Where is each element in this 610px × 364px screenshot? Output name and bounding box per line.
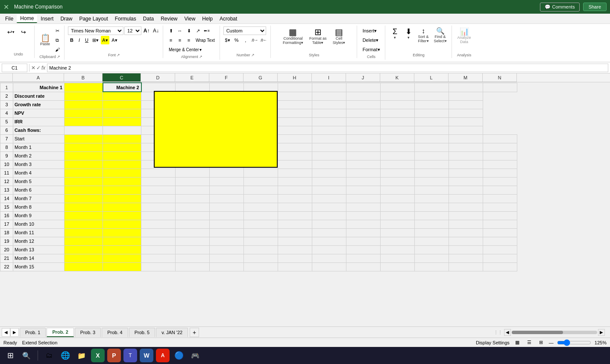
border-button[interactable]: ⊞▾	[91, 36, 100, 44]
cell-c6[interactable]	[103, 126, 141, 134]
scroll-left-btn[interactable]: ◀	[504, 329, 511, 336]
col-header-i[interactable]: I	[312, 73, 346, 82]
normal-view-button[interactable]: ▦	[513, 338, 522, 347]
taskbar-powerpoint[interactable]: P	[107, 349, 121, 362]
autosum-button[interactable]: Σ ▾	[389, 26, 402, 41]
menu-help[interactable]: Help	[199, 15, 216, 23]
taskbar-edge[interactable]: 🌐	[59, 349, 72, 362]
increase-font-size-button[interactable]: A↑	[142, 26, 151, 35]
sort-filter-button[interactable]: ↕ Sort &Filter▾	[416, 26, 431, 44]
cell-a6[interactable]: Cash flows:	[13, 126, 65, 134]
cell-a5[interactable]: IRR	[13, 117, 65, 126]
cell-c17[interactable]	[103, 220, 141, 228]
cell-c10[interactable]	[103, 160, 141, 169]
align-middle-button[interactable]: ↔	[176, 26, 184, 35]
decrease-decimal-button[interactable]: .0←	[259, 36, 268, 44]
format-cells-button[interactable]: Format▾	[361, 45, 382, 54]
sheet-tab-prob5[interactable]: Prob. 5	[129, 328, 155, 337]
cell-c16[interactable]	[103, 211, 141, 220]
cell-c14[interactable]	[103, 194, 141, 203]
cell-b16[interactable]	[65, 211, 103, 220]
sheet-tab-prob1[interactable]: Prob. 1	[20, 328, 46, 337]
comments-button[interactable]: 💬 Comments	[540, 3, 579, 12]
cell-l1[interactable]	[415, 83, 449, 92]
cell-a11[interactable]: Month 4	[13, 169, 65, 177]
cell-c1[interactable]: Machine 2	[103, 83, 141, 92]
taskbar-start-button[interactable]: ⊞	[3, 349, 17, 362]
page-break-button[interactable]: ⊞	[537, 338, 545, 347]
cell-a15[interactable]: Month 8	[13, 203, 65, 211]
menu-file[interactable]: File	[2, 15, 17, 23]
menu-insert[interactable]: Insert	[37, 15, 57, 23]
col-header-b[interactable]: B	[64, 73, 103, 82]
cell-c7[interactable]	[103, 134, 141, 143]
increase-decimal-button[interactable]: .0→	[250, 36, 259, 44]
cell-b20[interactable]	[65, 245, 103, 254]
number-format-select[interactable]: Custom	[223, 26, 266, 35]
cell-b14[interactable]	[65, 194, 103, 203]
menu-review[interactable]: Review	[157, 15, 181, 23]
cell-b2[interactable]	[65, 92, 103, 100]
menu-view[interactable]: View	[181, 15, 199, 23]
col-header-c[interactable]: C	[103, 73, 141, 82]
col-header-m[interactable]: M	[449, 73, 483, 82]
cell-b11[interactable]	[65, 169, 103, 177]
insert-cells-button[interactable]: Insert▾	[361, 26, 382, 35]
taskbar-steam[interactable]: 🎮	[188, 349, 202, 362]
cell-c4[interactable]	[103, 109, 141, 117]
bold-button[interactable]: B	[68, 36, 76, 44]
cell-c3[interactable]	[103, 100, 141, 109]
font-size-select[interactable]: 12	[124, 26, 141, 35]
cell-c9[interactable]	[103, 151, 141, 160]
fill-color-button[interactable]: A▾	[101, 36, 109, 44]
cell-c15[interactable]	[103, 203, 141, 211]
indent-decrease-button[interactable]: ⬅≡	[202, 26, 211, 35]
cell-reference-box[interactable]	[2, 64, 27, 72]
taskbar-word[interactable]: W	[140, 349, 153, 362]
cell-a18[interactable]: Month 11	[13, 228, 65, 237]
delete-cells-button[interactable]: Delete▾	[361, 36, 382, 44]
formula-input[interactable]	[47, 64, 608, 72]
cell-c13[interactable]	[103, 186, 141, 194]
add-sheet-button[interactable]: +	[190, 328, 199, 337]
cell-b13[interactable]	[65, 186, 103, 194]
cell-a19[interactable]: Month 12	[13, 237, 65, 245]
cell-m1[interactable]	[449, 83, 483, 92]
redo-button[interactable]: ↪	[19, 27, 32, 37]
col-header-n[interactable]: N	[483, 73, 517, 82]
cell-b4[interactable]	[65, 109, 103, 117]
sheet-tab-prob2[interactable]: Prob. 2	[47, 328, 73, 337]
cell-a13[interactable]: Month 6	[13, 186, 65, 194]
copy-button[interactable]: ⧉	[53, 36, 62, 44]
italic-button[interactable]: I	[76, 36, 82, 44]
cell-b15[interactable]	[65, 203, 103, 211]
comma-button[interactable]: ,	[241, 36, 250, 44]
align-top-button[interactable]: ⬆	[167, 26, 175, 35]
cell-b10[interactable]	[65, 160, 103, 169]
cell-b7[interactable]	[65, 134, 103, 143]
menu-page-layout[interactable]: Page Layout	[76, 15, 111, 23]
decrease-font-size-button[interactable]: A↓	[152, 26, 160, 35]
cell-c12[interactable]	[103, 177, 141, 186]
cell-b8[interactable]	[65, 143, 103, 151]
sheet-tab-jan22[interactable]: v. JAN '22	[156, 328, 188, 337]
col-header-l[interactable]: L	[414, 73, 449, 82]
analyze-data-button[interactable]: 📊 AnalyzeData	[455, 26, 473, 45]
cell-c8[interactable]	[103, 143, 141, 151]
share-button[interactable]: Share	[583, 3, 607, 11]
orientation-button[interactable]: ↗	[194, 26, 202, 35]
cell-a3[interactable]: Growth rate	[13, 100, 65, 109]
cell-b5[interactable]	[65, 117, 103, 126]
fx-confirm-icon[interactable]: ✓	[36, 65, 41, 71]
cut-button[interactable]: ✂	[53, 26, 62, 35]
taskbar-taskview[interactable]: 🗂	[42, 349, 56, 362]
taskbar-acrobat[interactable]: A	[156, 349, 170, 362]
font-color-button[interactable]: A▾	[110, 36, 119, 44]
col-header-g[interactable]: G	[243, 73, 278, 82]
scroll-right-btn[interactable]: ▶	[598, 329, 605, 336]
fx-cancel-icon[interactable]: ✕	[31, 65, 35, 71]
zoom-slider[interactable]	[557, 339, 591, 346]
undo-button[interactable]: ↩ ▾	[5, 27, 18, 37]
cell-c2[interactable]	[103, 92, 141, 100]
display-settings-button[interactable]: Display Settings	[476, 340, 510, 345]
